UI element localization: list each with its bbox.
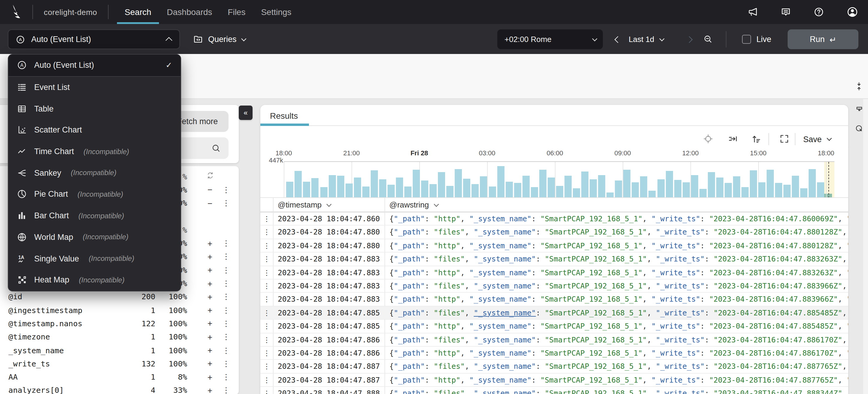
histogram-bar[interactable] — [665, 171, 673, 198]
event-row[interactable]: ⋮2023-04-28 18:04:47.885{"_path": "files… — [260, 306, 848, 320]
histogram-bar[interactable] — [497, 166, 504, 198]
histogram-bar[interactable] — [286, 182, 293, 198]
histogram-bar[interactable] — [691, 175, 698, 198]
zoom-out-time-icon[interactable] — [703, 34, 713, 44]
field-menu-button[interactable]: ⋮ — [218, 252, 234, 261]
histogram-bar[interactable] — [767, 169, 774, 198]
add-field-button[interactable]: + — [202, 359, 218, 368]
histogram-bar[interactable] — [531, 188, 538, 198]
histogram-bar[interactable] — [682, 182, 689, 198]
row-menu-button[interactable]: ⋮ — [260, 387, 273, 394]
time-next-button[interactable] — [683, 29, 696, 49]
histogram-bar[interactable] — [329, 175, 336, 198]
row-menu-button[interactable]: ⋮ — [260, 373, 273, 387]
live-checkbox[interactable] — [742, 35, 751, 44]
field-menu-button[interactable]: ⋮ — [218, 319, 234, 328]
field-menu-button[interactable]: ⋮ — [218, 305, 234, 315]
menu-item-auto-event-list-[interactable]: AAuto (Event List)✓ — [8, 55, 181, 76]
field-row-_system_name[interactable]: _system_name1100%+⋮ — [0, 343, 239, 357]
histogram-bar[interactable] — [413, 169, 420, 198]
histogram-bar[interactable] — [775, 183, 782, 198]
event-row[interactable]: ⋮2023-04-28 18:04:47.880{"_path": "files… — [260, 226, 848, 239]
histogram-bar[interactable] — [632, 182, 639, 198]
field-row-@id[interactable]: @id200100%+⋮ — [0, 290, 239, 303]
histogram-bar[interactable] — [716, 177, 723, 198]
column-header-rawstring[interactable]: @rawstring — [389, 200, 437, 209]
histogram-bar[interactable] — [674, 180, 681, 198]
inspect-search-icon[interactable] — [855, 124, 864, 133]
histogram-bar[interactable] — [463, 179, 471, 198]
event-row[interactable]: ⋮2023-04-28 18:04:47.888{"_path": "files… — [260, 387, 848, 394]
field-menu-button[interactable]: ⋮ — [218, 359, 234, 368]
histogram-bar[interactable] — [446, 186, 454, 198]
field-row-_write_ts[interactable]: _write_ts132100%+⋮ — [0, 357, 239, 370]
histogram-bar[interactable] — [598, 175, 605, 198]
histogram-bar[interactable] — [303, 182, 310, 198]
histogram-bar[interactable] — [455, 169, 462, 198]
field-menu-button[interactable]: ⋮ — [218, 265, 234, 274]
histogram-bar[interactable] — [615, 181, 622, 198]
field-row-analyzers[0][interactable]: analyzers[0]433%+⋮ — [0, 384, 239, 394]
histogram-bar[interactable] — [396, 177, 403, 198]
histogram-bar[interactable] — [590, 179, 597, 198]
histogram-bar[interactable] — [388, 185, 395, 198]
add-field-button[interactable]: + — [202, 386, 218, 394]
row-menu-button[interactable]: ⋮ — [260, 253, 273, 266]
field-row-AA[interactable]: AA18%+⋮ — [0, 370, 239, 384]
histogram-bar[interactable] — [421, 181, 428, 198]
tab-search[interactable]: Search — [117, 0, 159, 24]
event-row[interactable]: ⋮2023-04-28 18:04:47.887{"_path": "files… — [260, 360, 848, 373]
histogram-bar[interactable] — [750, 170, 757, 198]
histogram-bar[interactable] — [404, 187, 411, 198]
histogram-bar[interactable] — [725, 183, 732, 198]
histogram-bar[interactable] — [472, 184, 479, 198]
feedback-icon[interactable] — [780, 7, 791, 18]
histogram-bar[interactable] — [708, 172, 715, 198]
help-icon[interactable] — [813, 7, 824, 18]
add-field-button[interactable]: + — [202, 319, 218, 328]
row-menu-button[interactable]: ⋮ — [260, 293, 273, 306]
locate-event-icon[interactable] — [703, 134, 713, 144]
style-brush-icon[interactable] — [855, 105, 864, 114]
histogram-bar[interactable] — [489, 187, 496, 198]
collapse-fields-panel-button[interactable]: « — [239, 105, 252, 120]
row-menu-button[interactable]: ⋮ — [260, 347, 273, 360]
add-field-button[interactable]: + — [202, 265, 218, 275]
field-menu-button[interactable]: ⋮ — [218, 279, 234, 288]
field-row-@ingesttimestamp[interactable]: @ingesttimestamp1100%+⋮ — [0, 303, 239, 317]
column-header-timestamp[interactable]: @timestamp — [278, 200, 330, 209]
scrollbar-track[interactable] — [863, 99, 868, 394]
add-field-button[interactable]: + — [202, 305, 218, 315]
histogram-bar[interactable] — [741, 187, 749, 198]
fullscreen-icon[interactable] — [779, 134, 789, 144]
menu-item-scatter-chart[interactable]: Scatter Chart — [8, 119, 181, 141]
histogram-bar[interactable] — [564, 175, 572, 198]
event-row[interactable]: ⋮2023-04-28 18:04:47.885{"_path": "http"… — [260, 320, 848, 333]
collapse-vertical-icon[interactable] — [854, 81, 864, 91]
event-row[interactable]: ⋮2023-04-28 18:04:47.883{"_path": "files… — [260, 253, 848, 266]
add-field-button[interactable]: + — [202, 372, 218, 382]
add-field-button[interactable]: + — [202, 332, 218, 341]
histogram-bar[interactable] — [573, 188, 580, 198]
histogram-bar[interactable] — [640, 176, 648, 198]
queries-dropdown-button[interactable]: Queries — [193, 29, 245, 49]
histogram-bar[interactable] — [353, 177, 361, 198]
histogram-bar[interactable] — [817, 182, 825, 198]
row-menu-button[interactable]: ⋮ — [260, 266, 273, 280]
field-menu-button[interactable]: ⋮ — [218, 185, 234, 194]
workspace-name[interactable]: corelight-demo — [44, 7, 97, 17]
histogram-bar[interactable] — [379, 179, 386, 198]
save-button[interactable]: Save — [803, 134, 830, 144]
event-row[interactable]: ⋮2023-04-28 18:04:47.886{"_path": "http"… — [260, 347, 848, 360]
histogram-bar[interactable] — [792, 176, 799, 198]
menu-item-world-map[interactable]: World Map(Incompatible) — [8, 226, 181, 248]
histogram-bar[interactable] — [657, 179, 664, 198]
field-menu-button[interactable]: ⋮ — [218, 346, 234, 355]
tab-results[interactable]: Results — [270, 111, 298, 121]
row-menu-button[interactable]: ⋮ — [260, 333, 273, 347]
event-row[interactable]: ⋮2023-04-28 18:04:47.883{"_path": "http"… — [260, 266, 848, 280]
menu-item-pie-chart[interactable]: Pie Chart(Incompatible) — [8, 184, 181, 205]
view-type-dropdown-button[interactable]: A Auto (Event List) — [8, 29, 180, 49]
corelight-logo[interactable] — [8, 3, 26, 21]
time-prev-button[interactable] — [611, 29, 624, 49]
